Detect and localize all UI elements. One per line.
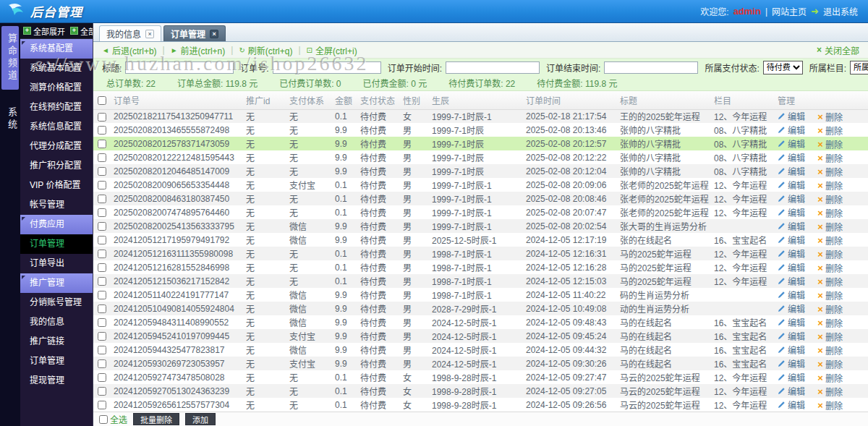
table-row[interactable]: 20241205944325477823817 无 微信 9.9 待付费 男 2… <box>93 343 868 357</box>
edit-link[interactable]: 编辑 <box>778 344 805 356</box>
sidebar-group-header[interactable]: 付费应用 <box>20 215 93 234</box>
row-checkbox[interactable] <box>98 222 106 231</box>
table-row[interactable]: 202502082012578371473059 无 无 9.9 待付费 男 1… <box>93 137 868 150</box>
edit-link[interactable]: 编辑 <box>778 124 805 136</box>
sidebar-item[interactable]: 订单导出 <box>20 254 93 273</box>
row-checkbox[interactable] <box>98 263 106 272</box>
delete-link[interactable]: × 删除 <box>817 138 843 150</box>
logout-link[interactable]: 退出系统 <box>823 5 858 17</box>
edit-link[interactable]: 编辑 <box>778 165 805 177</box>
sidebar-item[interactable]: 分销账号管理 <box>20 293 93 312</box>
row-checkbox[interactable] <box>98 250 106 258</box>
row-checkbox[interactable] <box>98 195 106 203</box>
delete-link[interactable]: × 删除 <box>817 248 843 260</box>
edit-link[interactable]: 编辑 <box>778 275 805 287</box>
row-checkbox[interactable] <box>98 277 106 286</box>
sidebar-item[interactable]: 订单管理 <box>20 234 93 254</box>
sidebar-group-header[interactable]: 系统基配置 <box>20 39 93 59</box>
delete-link[interactable]: × 删除 <box>817 152 843 164</box>
table-row[interactable]: 2025020820122212481595443 无 无 9.9 待付费 男 … <box>93 150 868 164</box>
edit-link[interactable]: 编辑 <box>778 151 805 163</box>
sidebar-item[interactable]: 代理分成配置 <box>20 137 93 156</box>
delete-link[interactable]: × 删除 <box>817 234 843 247</box>
table-row[interactable]: 2024120510490814055924804 无 微信 9.9 待付费 男… <box>93 302 868 315</box>
category-select[interactable]: 所属栏目 <box>850 61 868 74</box>
row-checkbox[interactable] <box>98 153 106 162</box>
delete-link[interactable]: × 删除 <box>817 111 843 123</box>
delete-link[interactable]: × 删除 <box>817 289 843 302</box>
table-row[interactable]: 202412051140224191777147 无 微信 9.9 待付费 男 … <box>93 288 868 302</box>
order-filter-input[interactable] <box>273 61 381 74</box>
row-checkbox[interactable] <box>98 113 106 122</box>
table-row[interactable]: 202412059484311408990552 无 微信 9.9 待付费 男 … <box>93 315 868 329</box>
row-checkbox[interactable] <box>98 208 106 217</box>
table-row[interactable]: 202412051216281552846998 无 无 0.1 待付费 男 1… <box>93 260 868 274</box>
delete-link[interactable]: × 删除 <box>817 303 843 315</box>
edit-link[interactable]: 编辑 <box>778 206 805 218</box>
pay-status-select[interactable]: 待付费 <box>763 61 803 74</box>
delete-link[interactable]: × 删除 <box>817 372 843 384</box>
fullscreen-button[interactable]: ⊡ 全屏(ctrl+i) <box>307 44 357 56</box>
edit-link[interactable]: 编辑 <box>778 110 805 122</box>
row-checkbox[interactable] <box>98 181 106 189</box>
table-row[interactable]: 202502082008463180387450 无 无 0.1 待付费 男 1… <box>93 192 868 205</box>
back-button[interactable]: ◄ 后退(ctrl+b) <box>102 44 157 56</box>
row-checkbox[interactable] <box>98 304 106 313</box>
row-checkbox[interactable] <box>98 332 106 341</box>
end-time-input[interactable] <box>604 61 698 74</box>
edit-link[interactable]: 编辑 <box>778 289 805 301</box>
edit-link[interactable]: 编辑 <box>778 385 805 397</box>
edit-link[interactable]: 编辑 <box>778 302 805 315</box>
sidebar-item[interactable]: VIP 价格配置 <box>20 176 93 195</box>
table-row[interactable]: 202412059270513024363239 无 无 0.1 待付费 女 1… <box>93 384 868 398</box>
channel-tab[interactable]: 算命频道 <box>1 26 19 90</box>
delete-link[interactable]: × 删除 <box>817 276 843 288</box>
row-checkbox[interactable] <box>98 291 106 299</box>
table-row[interactable]: 202502082012046485147009 无 无 9.9 待付费 男 1… <box>93 164 868 178</box>
expand-all-button[interactable]: + 全部展开 <box>23 25 65 37</box>
edit-link[interactable]: 编辑 <box>778 357 805 370</box>
delete-link[interactable]: × 删除 <box>817 358 843 370</box>
delete-link[interactable]: × 删除 <box>817 124 843 137</box>
add-button[interactable]: 添加 <box>185 413 216 425</box>
delete-link[interactable]: × 删除 <box>817 399 843 412</box>
delete-link[interactable]: × 删除 <box>817 344 843 357</box>
batch-delete-button[interactable]: 批量删除 <box>133 413 179 425</box>
delete-link[interactable]: × 删除 <box>817 317 843 329</box>
edit-link[interactable]: 编辑 <box>778 330 805 342</box>
sidebar-group-header[interactable]: 推广管理 <box>20 273 93 293</box>
row-checkbox[interactable] <box>98 167 106 176</box>
delete-link[interactable]: × 删除 <box>817 166 843 178</box>
delete-link[interactable]: × 删除 <box>817 262 843 274</box>
sidebar-item[interactable]: 在线预约配置 <box>20 98 93 117</box>
table-row[interactable]: 202412051215036217152842 无 无 0.1 待付费 男 1… <box>93 274 868 288</box>
select-all-header-checkbox[interactable] <box>98 96 106 105</box>
sidebar-item[interactable]: 我的信息 <box>20 312 93 332</box>
close-all-button[interactable]: × 关闭全部 <box>817 44 859 56</box>
sidebar-item[interactable]: 测算价格配置 <box>20 78 93 98</box>
row-checkbox[interactable] <box>98 373 106 382</box>
table-row[interactable]: 2024120512163111355980098 无 无 0.1 待付费 男 … <box>93 247 868 260</box>
delete-link[interactable]: × 删除 <box>817 193 843 205</box>
row-checkbox[interactable] <box>98 346 106 354</box>
table-row[interactable]: 202502082013465555872498 无 无 9.9 待付费 男 1… <box>93 123 868 137</box>
sidebar-item[interactable]: 推广积分配置 <box>20 156 93 176</box>
row-checkbox[interactable] <box>98 318 106 327</box>
table-row[interactable]: 2025021821175413250947711 无 无 0.1 待付费 女 … <box>93 109 868 123</box>
sidebar-item[interactable]: 帐号管理 <box>20 195 93 215</box>
refresh-button[interactable]: ↻ 刷新(ctrl+q) <box>239 44 292 56</box>
row-checkbox[interactable] <box>98 126 106 135</box>
start-time-input[interactable] <box>446 61 540 74</box>
edit-link[interactable]: 编辑 <box>778 234 805 246</box>
sidebar-item[interactable]: 订单管理 <box>20 352 93 371</box>
select-all-footer-checkbox[interactable] <box>99 415 108 424</box>
edit-link[interactable]: 编辑 <box>778 220 805 232</box>
content-tab[interactable]: 订单管理× <box>163 25 226 41</box>
row-checkbox[interactable] <box>98 387 106 396</box>
row-checkbox[interactable] <box>98 140 106 148</box>
content-tab[interactable]: 我的信息× <box>99 25 161 41</box>
delete-link[interactable]: × 删除 <box>817 331 843 343</box>
table-row[interactable]: 202412059265612557577304 无 无 0.1 待付费 女 1… <box>93 398 868 412</box>
row-checkbox[interactable] <box>98 401 106 409</box>
delete-link[interactable]: × 删除 <box>817 207 843 219</box>
